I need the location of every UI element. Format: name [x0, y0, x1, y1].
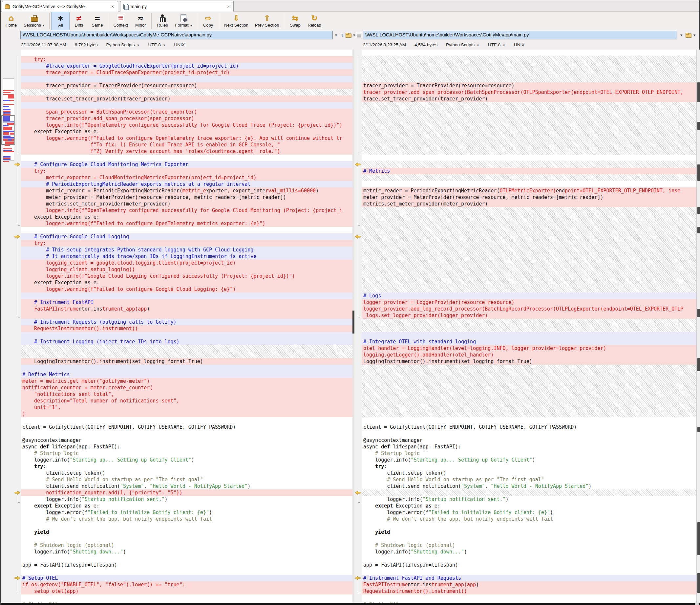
code-row[interactable]: # We don't crash the app, but notify end…	[21, 516, 352, 522]
code-row[interactable]	[361, 595, 696, 601]
code-row[interactable]: logger.info(f"Google Cloud Logging confi…	[21, 273, 352, 280]
code-row[interactable]: # Startup logic	[361, 450, 696, 457]
code-row[interactable]: except Exception as e:	[21, 503, 352, 509]
code-row[interactable]: description="Total number of notificatio…	[21, 397, 352, 404]
code-row[interactable]: @asynccontextmanager	[361, 437, 696, 443]
code-row[interactable]	[21, 50, 352, 56]
code-row[interactable]: metrics.set_meter_provider(meter_provide…	[361, 200, 696, 207]
code-row[interactable]: # Logs	[361, 292, 696, 299]
code-row[interactable]: logger.info("Shutting down...")	[361, 549, 696, 555]
swap-button[interactable]: ⇆Swap	[286, 12, 304, 30]
right-encoding-select[interactable]: UTF-8▼	[488, 42, 505, 47]
code-row[interactable]	[21, 417, 352, 424]
copy-button[interactable]: ⇨Copy	[199, 12, 217, 30]
left-save-button[interactable]	[356, 31, 361, 39]
prev-section-button[interactable]: ⇧Prev Section	[252, 12, 282, 30]
code-row[interactable]	[361, 280, 696, 286]
code-row[interactable]	[361, 246, 696, 253]
code-row[interactable]: tracer_provider.add_span_processor(Batch…	[361, 89, 696, 96]
copy-left-arrow-icon[interactable]	[355, 234, 361, 239]
tab-file[interactable]: main.py ×	[120, 1, 234, 11]
code-row[interactable]: # Integrate OTEL with standard logging	[361, 338, 696, 345]
code-row[interactable]: # PeriodicExportingMetricReader exports …	[21, 181, 352, 188]
code-row[interactable]: tracer_provider.add_span_processor(span_…	[21, 115, 352, 122]
context-button[interactable]: Context	[110, 12, 131, 30]
code-row[interactable]	[361, 227, 696, 234]
scrollbar-mark[interactable]	[697, 227, 700, 234]
code-row[interactable]	[361, 56, 696, 63]
code-row[interactable]: if os.getenv("ENABLE_OTEL", "false").low…	[21, 581, 352, 588]
sessions-button[interactable]: Sessions ▾	[20, 12, 48, 30]
left-encoding-select[interactable]: UTF-8▼	[148, 42, 166, 47]
scrollbar-mark[interactable]	[697, 165, 700, 181]
code-row[interactable]	[361, 489, 696, 496]
code-row[interactable]	[361, 411, 696, 417]
left-scrollbar-thumb[interactable]	[352, 311, 354, 334]
code-row[interactable]: otel_handler = LoggingHandler(level=logg…	[361, 345, 696, 352]
left-code-pane[interactable]: try: #trace_exporter = GoogleCloudTraceE…	[21, 50, 352, 603]
left-load-icon[interactable]: ↴	[339, 31, 345, 39]
code-row[interactable]: # Configure Google Cloud Logging	[21, 234, 352, 240]
code-row[interactable]: client.setup_token()	[21, 470, 352, 476]
code-row[interactable]: try:	[21, 168, 352, 174]
code-row[interactable]: logger.info("Starting up... Setting up G…	[361, 457, 696, 463]
code-row[interactable]: trace_exporter = CloudTraceSpanExporter(…	[21, 69, 352, 76]
code-row[interactable]	[361, 174, 696, 181]
code-row[interactable]: # It automatically adds trace/span IDs i…	[21, 253, 352, 260]
code-row[interactable]: logger.info("Starting up... Setting up G…	[21, 457, 352, 463]
code-row[interactable]: FastAPIInstrumentor.instrument_app(app)	[21, 306, 352, 312]
left-browse-dropdown-icon[interactable]: ▾	[352, 31, 356, 39]
scrollbar-mark[interactable]	[697, 122, 700, 130]
code-row[interactable]: # Define Metrics	[21, 371, 352, 378]
code-row[interactable]: metrics.set_meter_provider(meter_provide…	[21, 200, 352, 207]
code-row[interactable]: logger.info("Startup notification sent."…	[361, 496, 696, 503]
code-row[interactable]: yield	[21, 529, 352, 535]
code-row[interactable]: yield	[361, 529, 696, 535]
code-row[interactable]	[21, 522, 352, 529]
code-row[interactable]	[361, 148, 696, 154]
code-row[interactable]: LoggingInstrumentor().instrument(set_log…	[21, 358, 352, 365]
left-file-type-select[interactable]: Python Scripts▼	[106, 42, 140, 47]
diffs-button[interactable]: ≠Diffs	[70, 12, 88, 30]
scrollbar-mark[interactable]	[697, 358, 700, 371]
code-row[interactable]	[21, 595, 352, 601]
code-row[interactable]	[361, 102, 696, 108]
code-row[interactable]	[361, 535, 696, 542]
code-row[interactable]	[361, 240, 696, 246]
copy-right-arrow-icon[interactable]	[15, 576, 21, 580]
code-row[interactable]: logger.warning(f"Failed to configure Ope…	[21, 220, 352, 227]
code-row[interactable]	[361, 207, 696, 214]
code-row[interactable]: )	[21, 411, 352, 417]
code-row[interactable]: metric_exporter = CloudMonitoringMetrics…	[21, 174, 352, 181]
code-row[interactable]	[361, 122, 696, 128]
code-row[interactable]: meter = metrics.get_meter("gotifyme-mete…	[21, 378, 352, 384]
code-row[interactable]: # Instrument FastAPI and Requests	[361, 575, 696, 581]
code-row[interactable]	[361, 404, 696, 411]
code-row[interactable]: except Exception as e:	[361, 503, 696, 509]
rules-button[interactable]: Rules	[153, 12, 172, 30]
code-row[interactable]: LoggingInstrumentor().instrument(set_log…	[361, 358, 696, 365]
code-row[interactable]: logger_provider = LoggerProvider(resourc…	[361, 299, 696, 306]
code-row[interactable]: # Instrument Logging (inject trace IDs i…	[21, 338, 352, 345]
code-row[interactable]	[361, 266, 696, 273]
code-row[interactable]: span_processor = BatchSpanProcessor(trac…	[21, 108, 352, 115]
code-row[interactable]: # Send Hello World on startup as per "Th…	[361, 476, 696, 483]
code-row[interactable]	[361, 391, 696, 397]
format-dropdown-icon[interactable]: ▾	[190, 24, 192, 27]
code-row[interactable]: meter_provider = MeterProvider(resource=…	[21, 194, 352, 200]
code-row[interactable]: # Setup OTEL	[21, 575, 352, 581]
right-file-type-select[interactable]: Python Scripts▼	[446, 42, 479, 47]
code-row[interactable]	[21, 568, 352, 575]
right-browse-dropdown-icon[interactable]: ▾	[693, 31, 696, 39]
code-row[interactable]: logger.info(f"OpenTelemetry configured s…	[21, 122, 352, 128]
code-row[interactable]: @asynccontextmanager	[21, 437, 352, 443]
code-row[interactable]	[21, 154, 352, 161]
code-row[interactable]	[361, 220, 696, 227]
code-row[interactable]: client.setup_token()	[361, 470, 696, 476]
code-row[interactable]: notification_counter.add(1, {"priority":…	[21, 489, 352, 496]
right-path-input[interactable]: \\WSL.LOCALHOST\Ubuntu\home\builder\Work…	[363, 31, 677, 40]
copy-right-arrow-icon[interactable]	[15, 234, 21, 239]
code-row[interactable]: logger_provider.add_log_record_processor…	[361, 306, 696, 312]
scrollbar-mark[interactable]	[697, 427, 700, 432]
left-browse-button[interactable]	[345, 31, 352, 39]
